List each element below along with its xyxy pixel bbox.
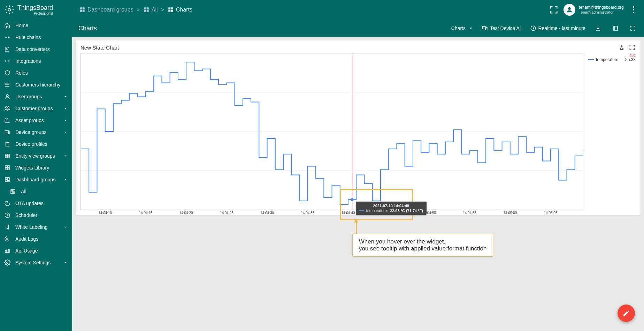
device-selector[interactable]: Test Device A1 (482, 25, 522, 31)
dashboard-icon (143, 7, 150, 13)
app-logo[interactable]: ThingsBoard Professional (0, 5, 72, 15)
sidebar-item-label: Customer groups (15, 106, 58, 111)
avatar-icon (564, 4, 575, 16)
sidebar-item-label: Api Usage (15, 248, 68, 254)
sidebar-item-device-groups[interactable]: Device groups (0, 126, 72, 138)
export-icon[interactable] (593, 23, 603, 33)
svg-rect-9 (168, 7, 170, 9)
sidebar-item-api-usage[interactable]: Api Usage (0, 245, 72, 257)
sidebar-item-dashboard-groups[interactable]: Dashboard groups (0, 174, 72, 186)
app-header: ThingsBoard Professional Dashboard group… (0, 0, 644, 20)
sidebar-item-label: Dashboard groups (15, 177, 58, 182)
home-icon (4, 22, 10, 29)
chevron-up-icon (63, 177, 68, 182)
legend-series[interactable]: temperature (596, 57, 623, 62)
sidebar-item-integrations[interactable]: Integrations (0, 55, 72, 67)
sidebar-item-label: Audit Logs (15, 236, 68, 242)
sidebar-item-roles[interactable]: Roles (0, 67, 72, 79)
sidebar-item-label: OTA updates (15, 201, 68, 206)
audit-icon (4, 236, 10, 242)
sidebar-item-label: Customers hierarchy (15, 82, 68, 88)
caret-down-icon (468, 25, 474, 31)
expand-toolbar-icon[interactable] (611, 23, 620, 33)
sidebar-item-all[interactable]: All (0, 186, 72, 197)
user-email: tenant@thingsboard.org (579, 5, 624, 10)
breadcrumb-item-dashboard-groups[interactable]: Dashboard groups (79, 7, 133, 13)
sidebar-item-user-groups[interactable]: User groups (0, 91, 72, 103)
svg-rect-2 (83, 7, 85, 9)
legend-swatch (588, 59, 594, 60)
dashboard-icon (168, 7, 174, 13)
breadcrumb-separator: > (137, 7, 140, 13)
x-tick-label: 14:04:10 (98, 211, 112, 215)
svg-rect-4 (83, 10, 85, 12)
dashboard-icon (10, 188, 16, 195)
svg-point-15 (633, 9, 634, 10)
user-menu[interactable]: tenant@thingsboard.org Tenant administra… (564, 4, 624, 16)
x-tick-label: 14:04:40 (342, 211, 355, 215)
svg-rect-1 (80, 7, 82, 9)
legend-value: 25.38 (625, 57, 636, 62)
chevron-down-icon (63, 260, 68, 265)
ota-icon (4, 200, 10, 206)
sidebar-item-label: Roles (15, 70, 68, 76)
convert-icon (4, 46, 10, 52)
svg-rect-20 (613, 26, 618, 30)
sidebar-item-entity-view-groups[interactable]: Entity view groups (0, 150, 72, 162)
svg-rect-6 (147, 7, 149, 9)
chevron-down-icon (63, 106, 68, 111)
svg-point-0 (8, 8, 11, 11)
fullscreen-icon[interactable] (628, 23, 638, 33)
app-name: ThingsBoard (17, 5, 53, 11)
widgets-icon (4, 165, 10, 171)
devices-icon (4, 129, 10, 135)
sidebar-item-label: Home (15, 23, 68, 28)
dashboard-icon (4, 176, 10, 183)
svg-rect-8 (147, 10, 149, 12)
fullscreen-toggle-icon[interactable] (549, 5, 559, 15)
chart-plot-area[interactable]: 14:04:1014:04:1514:04:2014:04:2514:04:30… (80, 53, 583, 210)
annotation-arrow-icon (354, 219, 358, 223)
sidebar-item-customers-hierarchy[interactable]: Customers hierarchy (0, 79, 72, 91)
profile-icon (4, 141, 10, 147)
user-icon (4, 93, 10, 100)
breadcrumb-item-charts[interactable]: Charts (168, 7, 192, 13)
sidebar-item-widgets-library[interactable]: Widgets Library (0, 162, 72, 174)
x-tick-label: 14:05:00 (503, 211, 517, 215)
sidebar-item-label: User groups (15, 94, 58, 99)
breadcrumb-item-all[interactable]: All (143, 7, 158, 13)
sidebar-item-label: Data converters (15, 46, 68, 52)
svg-point-13 (568, 7, 570, 10)
edit-fab[interactable] (618, 304, 635, 322)
x-tick-label: 14:05:05 (544, 211, 558, 215)
legend-agg-label: avg (588, 53, 636, 57)
sidebar-item-ota-updates[interactable]: OTA updates (0, 197, 72, 209)
sidebar-item-system-settings[interactable]: System Settings (0, 257, 72, 269)
sidebar-item-device-profiles[interactable]: Device profiles (0, 138, 72, 150)
sidebar-item-label: Widgets Library (15, 165, 68, 171)
sidebar-item-data-converters[interactable]: Data converters (0, 43, 72, 55)
timewindow-selector[interactable]: Realtime - last minute (530, 25, 585, 31)
sidebar-item-asset-groups[interactable]: Asset groups (0, 114, 72, 126)
widget-fullscreen-icon[interactable] (629, 44, 636, 51)
export-data-icon[interactable] (618, 44, 625, 51)
sidebar-item-audit-logs[interactable]: Audit Logs (0, 233, 72, 245)
annotation-callout: When you hover over the widget, you see … (352, 234, 493, 257)
chevron-down-icon (63, 225, 68, 230)
domain-icon (4, 117, 10, 123)
sidebar-item-home[interactable]: Home (0, 20, 72, 31)
sidebar-item-customer-groups[interactable]: Customer groups (0, 103, 72, 114)
sidebar-item-label: Device profiles (15, 141, 68, 147)
sidebar-item-scheduler[interactable]: Scheduler (0, 209, 72, 221)
sidebar-item-white-labeling[interactable]: White Labeling (0, 221, 72, 233)
x-tick-label: 14:04:55 (463, 211, 476, 215)
sidebar-item-label: All (21, 189, 68, 194)
clock-icon (530, 25, 536, 31)
sidebar-item-label: Asset groups (15, 118, 58, 123)
svg-rect-5 (144, 7, 146, 9)
x-tick-label: 14:04:20 (179, 211, 193, 215)
more-menu-icon[interactable] (629, 5, 638, 15)
widget-title: New State Chart (80, 45, 119, 51)
sidebar-item-rule-chains[interactable]: Rule chains (0, 31, 72, 43)
state-selector[interactable]: Charts (451, 25, 474, 31)
